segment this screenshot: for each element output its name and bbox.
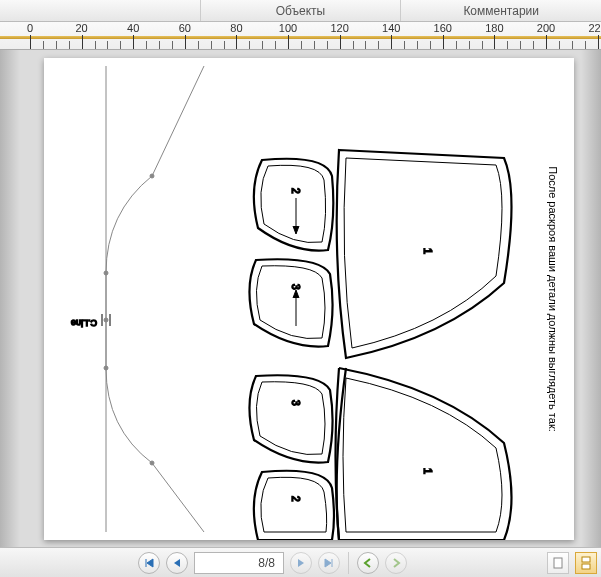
document-page: После раскроя ваши детали должны выгляде… xyxy=(44,58,574,540)
prev-page-button[interactable] xyxy=(166,552,188,574)
svg-rect-11 xyxy=(582,557,590,562)
label-piece3-top: 3 xyxy=(290,284,301,290)
piece-2-bottom xyxy=(254,471,334,540)
svg-point-2 xyxy=(104,271,108,275)
horizontal-ruler: 020406080100120140160180200220 xyxy=(0,22,601,50)
svg-point-1 xyxy=(150,174,154,178)
label-piece2-top: 2 xyxy=(290,188,301,194)
piece-3-top xyxy=(249,259,332,346)
tab-objects[interactable]: Объекты xyxy=(200,0,401,21)
page-number-field[interactable]: 8/8 xyxy=(194,552,284,574)
ruler-label: 40 xyxy=(127,22,139,34)
piece-3-bottom xyxy=(249,375,332,462)
cline-label: C.Line xyxy=(71,318,97,328)
label-piece1-top: 1 xyxy=(422,248,434,254)
tab-bar: Объекты Комментарии xyxy=(0,0,601,22)
prev-page-icon xyxy=(172,558,182,568)
svg-point-5 xyxy=(150,461,154,465)
first-page-icon xyxy=(143,557,155,569)
back-arrow-icon xyxy=(362,557,374,569)
next-page-icon xyxy=(296,558,306,568)
history-back-button[interactable] xyxy=(357,552,379,574)
single-page-view-button[interactable] xyxy=(547,552,569,574)
svg-point-4 xyxy=(104,366,108,370)
piece-2-top xyxy=(254,159,334,251)
last-page-icon xyxy=(323,557,335,569)
ruler-label: 200 xyxy=(537,22,555,34)
ruler-label: 220 xyxy=(588,22,601,34)
svg-rect-12 xyxy=(582,564,590,569)
history-forward-button[interactable] xyxy=(385,552,407,574)
pattern-top-group: C.Line 1 2 xyxy=(44,58,512,540)
label-piece3-bottom: 3 xyxy=(290,400,301,406)
first-page-button[interactable] xyxy=(138,552,160,574)
ruler-label: 60 xyxy=(179,22,191,34)
ruler-label: 20 xyxy=(75,22,87,34)
label-piece1-bottom: 1 xyxy=(422,468,434,474)
last-page-button[interactable] xyxy=(318,552,340,574)
forward-arrow-icon xyxy=(390,557,402,569)
shade-right xyxy=(581,50,601,547)
continuous-view-icon xyxy=(579,556,593,570)
tab-comments[interactable]: Комментарии xyxy=(400,0,601,21)
continuous-view-button[interactable] xyxy=(575,552,597,574)
page-content-svg: После раскроя ваши детали должны выгляде… xyxy=(44,58,574,540)
tab-empty[interactable] xyxy=(0,0,200,21)
ruler-label: 80 xyxy=(230,22,242,34)
single-page-icon xyxy=(551,556,565,570)
ruler-label: 0 xyxy=(27,22,33,34)
caption-text: После раскроя ваши детали должны выгляде… xyxy=(547,166,559,432)
bottom-toolbar: 8/8 xyxy=(0,547,601,577)
page-number-text: 8/8 xyxy=(258,556,275,570)
document-workspace[interactable]: После раскроя ваши детали должны выгляде… xyxy=(0,50,601,547)
ruler-label: 160 xyxy=(434,22,452,34)
label-piece2-bottom: 2 xyxy=(290,496,301,502)
ruler-label: 140 xyxy=(382,22,400,34)
piece-1-bottom-partial xyxy=(339,368,512,540)
ruler-label: 100 xyxy=(279,22,297,34)
svg-rect-10 xyxy=(554,558,562,568)
shade-left xyxy=(0,50,20,547)
ruler-label: 120 xyxy=(330,22,348,34)
next-page-button[interactable] xyxy=(290,552,312,574)
svg-point-3 xyxy=(104,318,108,322)
ruler-label: 180 xyxy=(485,22,503,34)
app-root: Объекты Комментарии 02040608010012014016… xyxy=(0,0,601,577)
